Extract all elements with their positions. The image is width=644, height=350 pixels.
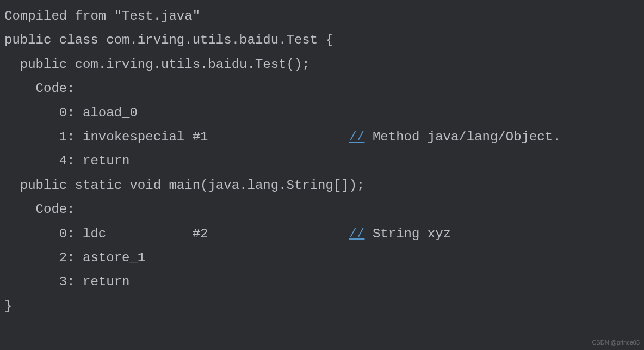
bytecode-line-invokespecial: 1: invokespecial #1 // Method java/lang/… — [4, 125, 644, 149]
bytecode-line-aload0: 0: aload_0 — [4, 101, 644, 125]
bytecode-line-code-label-2: Code: — [4, 198, 644, 222]
bytecode-line-code-label: Code: — [4, 77, 644, 101]
bytecode-line-ldc: 0: ldc #2 // String xyz — [4, 222, 644, 246]
comment-text: Method java/lang/Object. — [365, 130, 561, 144]
bytecode-line-return-2: 3: return — [4, 270, 644, 294]
comment-text: String xyz — [365, 226, 451, 241]
comment-slashes-icon: // — [349, 130, 365, 144]
bytecode-line-constructor: public com.irving.utils.baidu.Test(); — [4, 53, 644, 77]
bytecode-line-close-brace: } — [4, 294, 644, 318]
instruction-text: 1: invokespecial #1 — [4, 130, 349, 144]
watermark-text: CSDN @prince05 — [592, 337, 640, 348]
bytecode-line-return: 4: return — [4, 149, 644, 173]
bytecode-line-astore1: 2: astore_1 — [4, 246, 644, 270]
comment-slashes-icon: // — [349, 226, 365, 241]
bytecode-line-main-decl: public static void main(java.lang.String… — [4, 174, 644, 198]
instruction-text: 0: ldc #2 — [4, 226, 349, 241]
bytecode-line-class-decl: public class com.irving.utils.baidu.Test… — [4, 28, 644, 52]
bytecode-line-compiled-from: Compiled from "Test.java" — [4, 4, 644, 28]
